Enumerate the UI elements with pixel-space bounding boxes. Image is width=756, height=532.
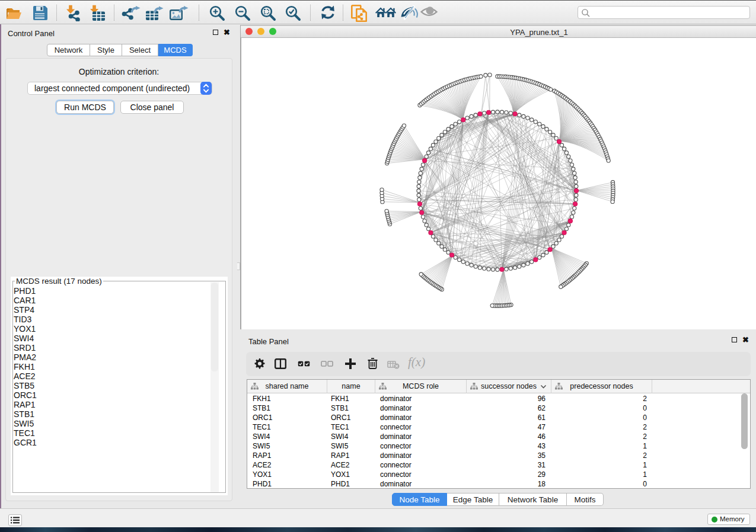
svg-text:f(x): f(x)	[408, 355, 425, 369]
